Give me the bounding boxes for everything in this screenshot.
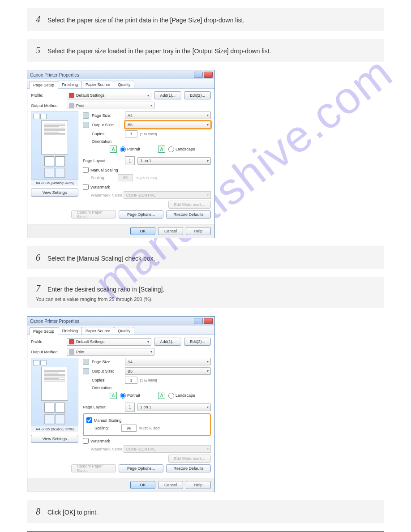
sheet-icon [55, 403, 65, 412]
profile-label: Profile: [31, 339, 67, 344]
print-icon [69, 103, 74, 108]
view-settings-button[interactable]: View Settings [31, 189, 78, 197]
page-options-button[interactable]: Page Options... [119, 464, 163, 472]
output-size-label: Output Size: [92, 123, 125, 127]
help-window-button[interactable] [194, 318, 203, 324]
tab-finishing[interactable]: Finishing [58, 81, 82, 88]
preview-tab-1[interactable] [33, 114, 39, 119]
help-button[interactable]: Help [186, 227, 211, 235]
view-settings-button[interactable]: View Settings [31, 435, 78, 443]
orientation-label: Orientation [92, 139, 125, 144]
preview-tab-1[interactable] [33, 360, 39, 365]
watermark-check[interactable]: Watermark [83, 184, 211, 190]
page-layout-icon: 1 [125, 403, 135, 412]
watermark-label: Watermark [90, 439, 110, 443]
output-size-combo[interactable]: B5 [125, 121, 211, 129]
add-profile-button[interactable]: Add(1)... [154, 91, 181, 99]
preview-panel [31, 358, 78, 426]
copies-range: [1 to 9999] [140, 132, 157, 136]
page-size-combo[interactable]: A4 [125, 112, 211, 119]
preview-panel [31, 112, 78, 180]
close-window-button[interactable] [204, 318, 213, 324]
close-window-button[interactable] [204, 72, 213, 78]
copies-spinner[interactable]: 1 [125, 130, 137, 137]
scaling-spinner: 85 [118, 174, 133, 181]
step-8-text: Click [OK] to print. [47, 509, 98, 516]
edit-profile-button[interactable]: Edit(2)... [184, 91, 211, 99]
sheet-icon [44, 168, 54, 178]
watermark-value: CONFIDENTIAL [126, 193, 156, 197]
output-method-combo[interactable]: Print [67, 102, 154, 109]
tab-quality[interactable]: Quality [114, 81, 134, 88]
copies-spinner[interactable]: 1 [125, 377, 137, 384]
tab-page-setup[interactable]: Page Setup [29, 327, 58, 335]
page-size-combo[interactable]: A4 [125, 358, 211, 365]
manual-scaling-label: Manual Scaling [90, 168, 118, 172]
output-size-icon [83, 368, 89, 374]
tab-quality[interactable]: Quality [114, 327, 134, 335]
manual-scaling-check[interactable]: Manual Scaling [86, 417, 207, 423]
preview-tab-2[interactable] [40, 360, 47, 365]
printer-properties-dialog-2: Canon Printer Properties Page Setup Fini… [27, 316, 215, 492]
watermark-value: CONFIDENTIAL [126, 447, 156, 451]
sheet-icon [55, 168, 65, 178]
edit-watermark-button: Edit Watermark... [168, 455, 211, 463]
watermark-name-label: Watermark Name: [91, 193, 124, 197]
sheet-icon [55, 414, 65, 424]
tab-paper-source[interactable]: Paper Source [81, 81, 114, 88]
profile-combo[interactable]: Default Settings [67, 92, 151, 99]
step-5-num: 5 [36, 45, 40, 55]
watermark-combo: CONFIDENTIAL [124, 445, 211, 453]
help-button[interactable]: Help [186, 481, 211, 489]
cancel-button[interactable]: Cancel [158, 481, 183, 489]
manual-scaling-check[interactable]: Manual Scaling [83, 167, 211, 173]
edit-profile-button[interactable]: Edit(2)... [184, 338, 211, 346]
page-layout-label: Page Layout: [83, 405, 125, 409]
ok-button[interactable]: OK [130, 481, 155, 489]
output-size-combo[interactable]: B5 [125, 367, 211, 375]
step-4-text: Select the paper size of the print data … [47, 17, 244, 24]
scaling-label: Scaling: [91, 176, 118, 180]
restore-defaults-button[interactable]: Restore Defaults [166, 464, 211, 472]
output-method-value: Print [76, 350, 85, 354]
watermark-label: Watermark [90, 185, 110, 189]
page-size-label: Page Size: [92, 360, 125, 364]
preview-tab-2[interactable] [40, 114, 47, 119]
step-4-num: 4 [36, 14, 40, 24]
watermark-check[interactable]: Watermark [83, 438, 211, 444]
profile-value: Default Settings [76, 339, 105, 344]
scaling-spinner[interactable]: 96 [121, 425, 137, 432]
page-layout-combo[interactable]: 1 on 1 [137, 157, 211, 165]
tab-page-setup[interactable]: Page Setup [29, 81, 58, 89]
output-size-label: Output Size: [92, 369, 125, 373]
printer-properties-dialog-1: Canon Printer Properties Page Setup Fini… [27, 70, 215, 238]
page-size-icon [83, 359, 89, 365]
restore-defaults-button[interactable]: Restore Defaults [166, 210, 211, 219]
landscape-radio[interactable]: A Landscape [158, 146, 195, 153]
add-profile-button[interactable]: Add(1)... [154, 338, 181, 346]
tab-finishing[interactable]: Finishing [58, 327, 82, 335]
copies-label: Copies: [92, 132, 125, 136]
portrait-label: Portrait [127, 147, 140, 151]
portrait-radio[interactable]: A Portrait [110, 146, 140, 153]
step-4-bar: 4 Select the paper size of the print dat… [27, 8, 384, 31]
page-layout-value: 1 on 1 [140, 405, 151, 409]
cancel-button[interactable]: Cancel [158, 227, 183, 235]
tab-paper-source[interactable]: Paper Source [81, 327, 114, 335]
step-7-sub: You can set a value ranging from 25 thro… [36, 296, 375, 302]
sheet-icon [44, 414, 54, 424]
step-8-num: 8 [36, 506, 40, 516]
page-options-button[interactable]: Page Options... [119, 210, 163, 219]
landscape-radio[interactable]: A Landscape [158, 392, 195, 399]
help-window-button[interactable] [194, 72, 203, 78]
portrait-radio[interactable]: A Portrait [110, 392, 140, 399]
output-method-combo[interactable]: Print [67, 348, 154, 356]
sheet-icon [44, 403, 54, 412]
page-preview-icon [41, 367, 68, 401]
profile-combo[interactable]: Default Settings [67, 338, 151, 346]
tabs: Page Setup Finishing Paper Source Qualit… [27, 326, 214, 335]
page-layout-combo[interactable]: 1 on 1 [137, 403, 211, 411]
ok-button[interactable]: OK [130, 227, 155, 235]
output-method-value: Print [76, 103, 85, 108]
page-preview-icon [41, 120, 68, 154]
